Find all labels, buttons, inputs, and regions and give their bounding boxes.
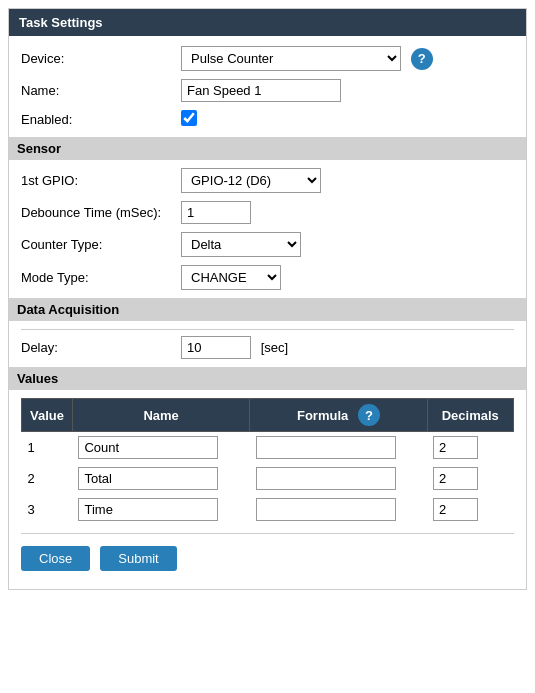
name-cell-2 — [72, 494, 249, 525]
enabled-row: Enabled: — [21, 110, 514, 129]
value-cell-2: 3 — [22, 494, 73, 525]
table-row: 2 — [22, 463, 514, 494]
delay-row: Delay: [sec] — [21, 336, 514, 359]
decimals-cell-2 — [427, 494, 513, 525]
close-button[interactable]: Close — [21, 546, 90, 571]
name-label: Name: — [21, 83, 181, 98]
table-row: 3 — [22, 494, 514, 525]
panel-title: Task Settings — [9, 9, 526, 36]
values-table: Value Name Formula ? Decimals 1 — [21, 398, 514, 525]
sensor-section-header: Sensor — [9, 137, 526, 160]
formula-cell-0 — [250, 432, 427, 464]
decimals-input-0[interactable] — [433, 436, 478, 459]
enabled-control — [181, 110, 514, 129]
device-help-icon[interactable]: ? — [411, 48, 433, 70]
counter-select[interactable]: Delta — [181, 232, 301, 257]
value-cell-1: 2 — [22, 463, 73, 494]
gpio-row: 1st GPIO: GPIO-12 (D6) — [21, 168, 514, 193]
enabled-checkbox[interactable] — [181, 110, 197, 126]
mode-row: Mode Type: CHANGE — [21, 265, 514, 290]
formula-cell-1 — [250, 463, 427, 494]
counter-control: Delta — [181, 232, 514, 257]
mode-select[interactable]: CHANGE — [181, 265, 281, 290]
name-cell-0 — [72, 432, 249, 464]
delay-control: [sec] — [181, 336, 514, 359]
gpio-control: GPIO-12 (D6) — [181, 168, 514, 193]
value-cell-0: 1 — [22, 432, 73, 464]
data-acquisition-header: Data Acquisition — [9, 298, 526, 321]
mode-control: CHANGE — [181, 265, 514, 290]
values-separator — [21, 533, 514, 534]
enabled-label: Enabled: — [21, 112, 181, 127]
decimals-cell-1 — [427, 463, 513, 494]
values-section-header: Values — [9, 367, 526, 390]
mode-label: Mode Type: — [21, 270, 181, 285]
name-input-1[interactable] — [78, 467, 218, 490]
decimals-cell-0 — [427, 432, 513, 464]
col-decimals: Decimals — [427, 399, 513, 432]
table-row: 1 — [22, 432, 514, 464]
delay-unit: [sec] — [261, 340, 288, 355]
gpio-select[interactable]: GPIO-12 (D6) — [181, 168, 321, 193]
name-input[interactable] — [181, 79, 341, 102]
debounce-control — [181, 201, 514, 224]
col-formula: Formula ? — [250, 399, 427, 432]
button-row: Close Submit — [21, 546, 514, 579]
submit-button[interactable]: Submit — [100, 546, 176, 571]
formula-input-1[interactable] — [256, 467, 396, 490]
decimals-input-2[interactable] — [433, 498, 478, 521]
decimals-input-1[interactable] — [433, 467, 478, 490]
data-acquisition-separator — [21, 329, 514, 330]
name-input-2[interactable] — [78, 498, 218, 521]
task-settings-panel: Task Settings Device: Pulse Counter ? Na… — [8, 8, 527, 590]
delay-label: Delay: — [21, 340, 181, 355]
device-select[interactable]: Pulse Counter — [181, 46, 401, 71]
device-row: Device: Pulse Counter ? — [21, 46, 514, 71]
col-value: Value — [22, 399, 73, 432]
gpio-label: 1st GPIO: — [21, 173, 181, 188]
formula-help-icon[interactable]: ? — [358, 404, 380, 426]
formula-cell-2 — [250, 494, 427, 525]
counter-label: Counter Type: — [21, 237, 181, 252]
debounce-label: Debounce Time (mSec): — [21, 205, 181, 220]
counter-row: Counter Type: Delta — [21, 232, 514, 257]
formula-input-2[interactable] — [256, 498, 396, 521]
delay-input[interactable] — [181, 336, 251, 359]
device-label: Device: — [21, 51, 181, 66]
debounce-row: Debounce Time (mSec): — [21, 201, 514, 224]
name-control — [181, 79, 514, 102]
col-name: Name — [72, 399, 249, 432]
name-row: Name: — [21, 79, 514, 102]
name-cell-1 — [72, 463, 249, 494]
name-input-0[interactable] — [78, 436, 218, 459]
device-control: Pulse Counter ? — [181, 46, 514, 71]
formula-input-0[interactable] — [256, 436, 396, 459]
debounce-input[interactable] — [181, 201, 251, 224]
